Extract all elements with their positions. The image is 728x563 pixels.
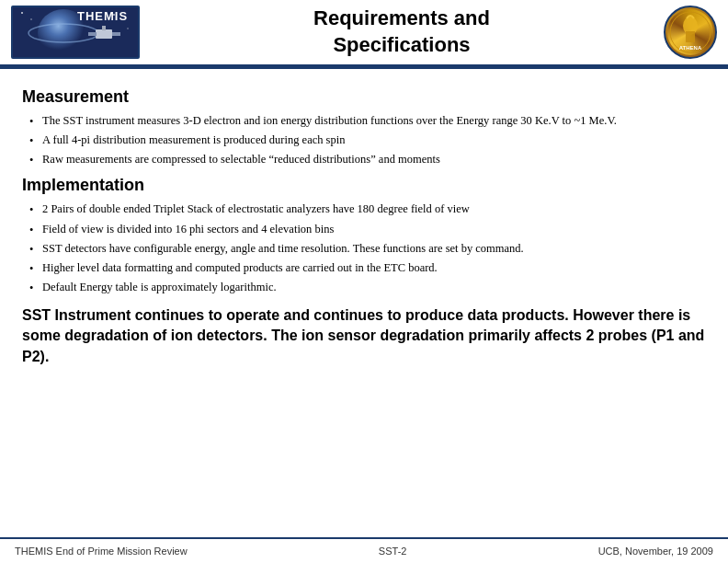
impl-dot-5: •	[29, 279, 42, 296]
impl-bullet-text-3: SST detectors have configurable energy, …	[42, 240, 706, 257]
impl-bullet-5: • Default Energy table is approximately …	[29, 279, 706, 296]
measurement-title: Measurement	[22, 87, 706, 107]
implementation-title: Implementation	[22, 176, 706, 195]
slide-title: Requirements and Specifications	[140, 6, 664, 58]
impl-dot-2: •	[29, 221, 42, 238]
bullet-dot-2: •	[29, 132, 42, 149]
slide: THEMIS Requirements and Specifications	[0, 0, 728, 563]
implementation-bullets: • 2 Pairs of double ended Triplet Stack …	[29, 201, 706, 296]
highlight-text: SST Instrument continues to operate and …	[22, 305, 706, 367]
impl-bullet-text-5: Default Energy table is approximately lo…	[42, 279, 706, 295]
themis-logo: THEMIS	[11, 6, 140, 59]
impl-dot-4: •	[29, 259, 42, 277]
athena-graphic: ATHENA	[669, 11, 711, 53]
measurement-bullet-text-2: A full 4-pi distribution measurement is …	[42, 132, 706, 148]
svg-point-6	[127, 28, 129, 29]
svg-text:THEMIS: THEMIS	[77, 9, 128, 23]
impl-bullet-text-4: Higher level data formatting and compute…	[42, 259, 706, 276]
svg-rect-11	[102, 26, 106, 30]
themis-graphic: THEMIS	[13, 6, 138, 59]
impl-bullet-2: • Field of view is divided into 16 phi s…	[29, 221, 706, 238]
measurement-bullet-text-3: Raw measurements are compressed to selec…	[42, 151, 706, 167]
svg-rect-10	[112, 32, 120, 36]
title-line2: Specifications	[140, 32, 664, 59]
footer: THEMIS End of Prime Mission Review SST-2…	[0, 537, 728, 563]
footer-center: SST-2	[379, 546, 407, 557]
measurement-bullets: • The SST instrument measures 3-D electr…	[29, 112, 706, 168]
header: THEMIS Requirements and Specifications	[0, 0, 728, 66]
title-line1: Requirements and	[140, 6, 664, 32]
footer-left: THEMIS End of Prime Mission Review	[15, 546, 188, 557]
impl-bullet-text-1: 2 Pairs of double ended Triplet Stack of…	[42, 201, 706, 217]
impl-dot-3: •	[29, 240, 42, 258]
impl-bullet-3: • SST detectors have configurable energy…	[29, 240, 706, 258]
impl-bullet-text-2: Field of view is divided into 16 phi sec…	[42, 221, 706, 237]
themis-logo-inner: THEMIS	[13, 7, 138, 57]
svg-point-4	[30, 18, 32, 20]
athena-logo: ATHENA	[664, 6, 717, 59]
themis-logo-container: THEMIS	[11, 6, 140, 59]
impl-dot-1: •	[29, 201, 42, 218]
measurement-bullet-text-1: The SST instrument measures 3-D electron…	[42, 112, 706, 129]
svg-rect-14	[686, 31, 695, 42]
svg-rect-8	[96, 29, 112, 39]
measurement-bullet-3: • Raw measurements are compressed to sel…	[29, 151, 706, 168]
measurement-bullet-1: • The SST instrument measures 3-D electr…	[29, 112, 706, 130]
bullet-dot-3: •	[29, 151, 42, 168]
svg-point-3	[21, 12, 23, 14]
svg-text:ATHENA: ATHENA	[679, 45, 702, 51]
footer-right: UCB, November, 19 2009	[598, 546, 713, 557]
impl-bullet-1: • 2 Pairs of double ended Triplet Stack …	[29, 201, 706, 218]
athena-inner: ATHENA	[667, 9, 713, 55]
bullet-dot-1: •	[29, 112, 42, 130]
impl-bullet-4: • Higher level data formatting and compu…	[29, 259, 706, 277]
svg-rect-9	[88, 32, 97, 36]
measurement-bullet-2: • A full 4-pi distribution measurement i…	[29, 132, 706, 149]
main-content: Measurement • The SST instrument measure…	[0, 69, 728, 537]
